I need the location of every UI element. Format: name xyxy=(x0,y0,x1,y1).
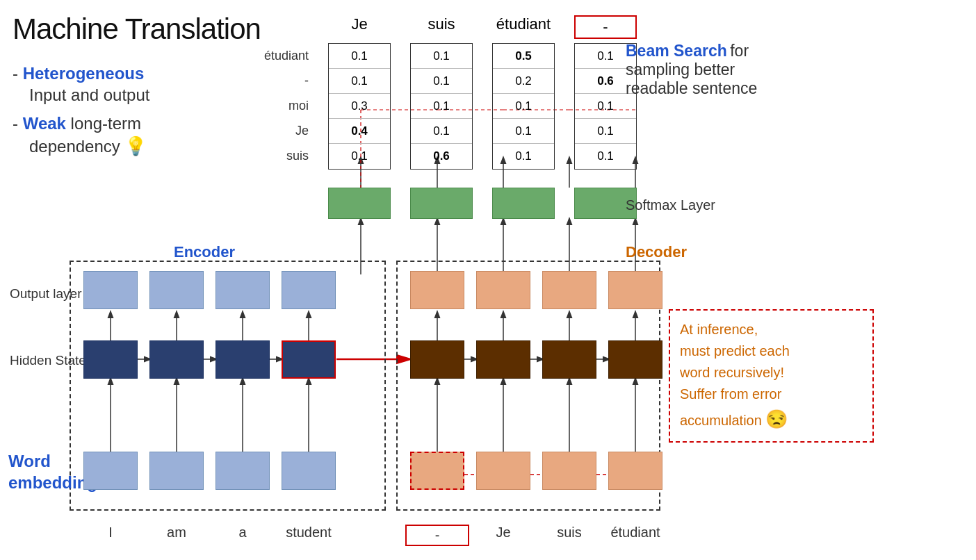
softmax-box-1 xyxy=(328,188,391,219)
col-header-dash: - xyxy=(574,15,637,39)
bullets-section: - Heterogeneous Input and output - Weak … xyxy=(13,63,149,163)
prob-cell: 0.1 xyxy=(411,44,472,69)
softmax-boxes xyxy=(328,188,637,219)
prob-cell: 0.1 xyxy=(329,69,390,94)
dec-hid-2 xyxy=(476,340,530,379)
bullet-rest-2: long-term xyxy=(66,114,141,133)
hidden-states-label: Hidden States xyxy=(10,353,92,368)
enc-hid-2 xyxy=(149,340,204,379)
word-suis: suis xyxy=(542,525,596,541)
softmax-box-2 xyxy=(410,188,473,219)
prob-cell-bold: 0.5 xyxy=(493,44,554,69)
lightbulb-emoji: 💡 xyxy=(124,135,147,156)
enc-emb-3 xyxy=(215,452,270,490)
word-I: I xyxy=(83,525,138,541)
dec-emb-4 xyxy=(608,452,662,490)
encoder-label: Encoder xyxy=(174,243,235,261)
dec-out-4 xyxy=(608,271,662,309)
prob-cell: 0.1 xyxy=(411,69,472,94)
enc-emb-1 xyxy=(83,452,138,490)
decoder-label: Decoder xyxy=(626,243,687,261)
dec-emb-1-red xyxy=(410,452,464,490)
prob-cell: 0.1 xyxy=(575,119,636,144)
dec-hid-4 xyxy=(608,340,662,379)
prob-col-3: 0.5 0.2 0.1 0.1 0.1 xyxy=(492,43,555,170)
row-label-moi: moi xyxy=(264,93,314,118)
prob-cell-bold: 0.6 xyxy=(411,144,472,169)
dec-emb-3 xyxy=(542,452,596,490)
enc-hid-4-red xyxy=(282,340,336,379)
word-Je: Je xyxy=(476,525,530,541)
prob-cell: 0.1 xyxy=(411,94,472,119)
prob-cell: 0.1 xyxy=(493,144,554,169)
prob-cell-bold: 0.4 xyxy=(329,119,390,144)
word-a: a xyxy=(215,525,270,541)
word-dash-red: - xyxy=(405,525,469,546)
word-am: am xyxy=(149,525,204,541)
word-student: student xyxy=(282,525,336,541)
prob-cell: 0.1 xyxy=(575,144,636,169)
prob-col-2: 0.1 0.1 0.1 0.1 0.6 xyxy=(410,43,473,170)
bullet-weak: - Weak long-term dependency 💡 xyxy=(13,113,149,158)
dec-out-3 xyxy=(542,271,596,309)
prob-cell: 0.1 xyxy=(493,94,554,119)
row-label-je: Je xyxy=(264,118,314,143)
bullet-dependency: dependency xyxy=(13,137,124,156)
col-header-suis: suis xyxy=(410,15,473,39)
softmax-box-3 xyxy=(492,188,555,219)
dec-out-1 xyxy=(410,271,464,309)
softmax-label: Softmax Layer xyxy=(626,197,715,213)
bullet-heterogeneous: - Heterogeneous Input and output xyxy=(13,63,149,106)
prob-matrix: 0.1 0.1 0.3 0.4 0.1 0.1 0.1 0.1 0.1 0.6 … xyxy=(328,43,637,170)
prob-cell: 0.3 xyxy=(329,94,390,119)
bullet-dash-2: - xyxy=(13,114,23,133)
tired-emoji: 😒 xyxy=(765,409,788,429)
output-layer-label: Output layer xyxy=(10,286,82,302)
dec-out-2 xyxy=(476,271,530,309)
beam-search-label: Beam Search xyxy=(626,42,727,60)
heterogeneous-label: Heterogeneous xyxy=(23,64,145,83)
row-labels: étudiant - moi Je suis xyxy=(264,43,314,168)
col-header-je: Je xyxy=(328,15,391,39)
prob-cell: 0.2 xyxy=(493,69,554,94)
prob-col-1: 0.1 0.1 0.3 0.4 0.1 xyxy=(328,43,391,170)
enc-emb-2 xyxy=(149,452,204,490)
word-etudiant-dec: étudiant xyxy=(608,525,662,541)
inference-box: At inference,must predict eachword recur… xyxy=(669,309,874,443)
enc-hid-1 xyxy=(83,340,138,379)
enc-hid-3 xyxy=(215,340,270,379)
row-label-suis: suis xyxy=(264,143,314,168)
enc-out-1 xyxy=(83,271,138,309)
prob-cell: 0.1 xyxy=(411,119,472,144)
prob-cell: 0.1 xyxy=(493,119,554,144)
bullet-dash-1: - xyxy=(13,64,23,83)
col-header-etudiant: étudiant xyxy=(492,15,555,39)
beam-search-area: Beam Search forsampling betterreadable s… xyxy=(626,42,757,98)
prob-cell: 0.1 xyxy=(329,144,390,169)
row-label-etudiant: étudiant xyxy=(264,43,314,68)
bullet-rest-1: Input and output xyxy=(13,85,149,104)
prob-cell: 0.1 xyxy=(329,44,390,69)
row-label-dash: - xyxy=(264,68,314,93)
dec-emb-2 xyxy=(476,452,530,490)
enc-out-4 xyxy=(282,271,336,309)
enc-out-3 xyxy=(215,271,270,309)
weak-label: Weak xyxy=(23,114,66,133)
dec-hid-3 xyxy=(542,340,596,379)
dec-hid-1 xyxy=(410,340,464,379)
enc-emb-4 xyxy=(282,452,336,490)
col-headers: Je suis étudiant - xyxy=(328,15,637,39)
page-title: Machine Translation xyxy=(13,13,261,46)
enc-out-2 xyxy=(149,271,204,309)
